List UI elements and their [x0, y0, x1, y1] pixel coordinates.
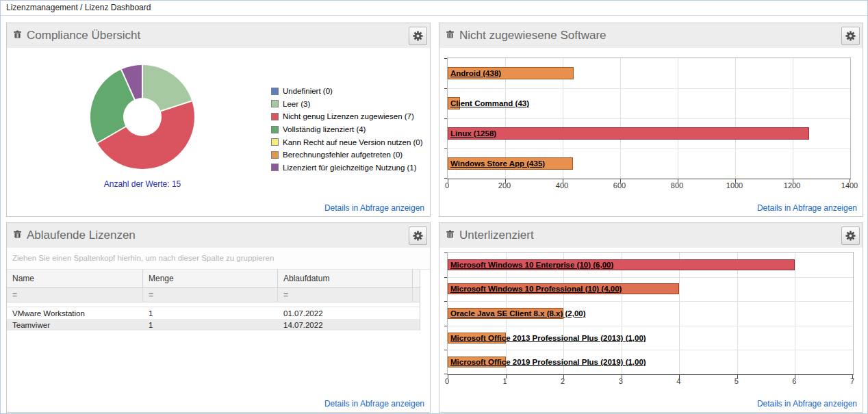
bar-label[interactable]: Microsoft Office 2019 Professional Plus …: [450, 358, 646, 366]
panel-underlicensed-header[interactable]: Unterlizenziert: [439, 223, 863, 248]
value-count-note: Anzahl der Werte: 15: [40, 179, 245, 189]
panel-compliance-header[interactable]: Compliance Übersicht: [7, 23, 430, 48]
details-link-underlicensed[interactable]: Details in Abfrage anzeigen: [757, 399, 857, 409]
column-header-extra: [413, 270, 420, 287]
group-by-dropzone[interactable]: Ziehen Sie einen Spaltenkopf hierhin, um…: [7, 248, 430, 270]
table-spacer: [7, 302, 420, 307]
legend-label: Undefiniert (0): [283, 87, 333, 95]
legend-swatch: [271, 151, 279, 159]
table-rows: VMware Workstation101.07.2022Teamviwer11…: [7, 307, 430, 331]
x-axis-tick: 600: [613, 181, 626, 190]
filter-cell-extra: [413, 288, 420, 302]
panel-expiring-licenses: Ablaufende Lizenzen Ziehen Sie einen Spa…: [6, 222, 431, 413]
x-axis-tick: 3: [619, 377, 623, 385]
bar-label[interactable]: Linux (1258): [450, 129, 496, 138]
panel-underlicensed: Unterlizenziert Microsoft Windows 10 Ent…: [439, 222, 863, 413]
cell-ablaufdatum: 01.07.2022: [278, 309, 413, 318]
gear-icon: [845, 231, 856, 241]
category-tick-mark: [444, 326, 447, 326]
cell-menge: 1: [143, 321, 278, 329]
table-row[interactable]: Teamviwer114.07.2022: [7, 319, 420, 331]
legend-label: Leer (3): [283, 100, 310, 108]
bar-label[interactable]: Oracle Java SE Client 8.x (8.x) (2,00): [450, 309, 586, 318]
details-link-compliance[interactable]: Details in Abfrage anzeigen: [324, 203, 424, 213]
gridline: [448, 88, 850, 89]
x-axis-tick: 6: [792, 377, 796, 385]
legend-swatch: [271, 164, 279, 171]
settings-button-compliance[interactable]: [409, 27, 427, 45]
x-axis-tick: 0: [445, 181, 449, 190]
x-axis-tick: 200: [498, 181, 511, 190]
legend-item: Undefiniert (0): [271, 85, 423, 98]
panel-unassigned-header[interactable]: Nicht zugewiesene Software: [439, 23, 863, 48]
trash-icon: [446, 29, 455, 42]
filter-cell-ablaufdatum[interactable]: =: [278, 288, 413, 302]
gridline: [448, 277, 853, 278]
category-tick-mark: [444, 277, 447, 278]
bar-label[interactable]: Microsoft Windows 10 Enterprise (10) (6,…: [450, 261, 613, 269]
x-axis-tick: 1200: [784, 181, 800, 190]
chart-bar[interactable]: [448, 127, 809, 140]
bar-label[interactable]: Microsoft Office 2013 Professional Plus …: [450, 334, 646, 342]
panel-compliance: Compliance Übersicht Undefiniert (0)Leer…: [6, 23, 431, 217]
x-axis-tick: 5: [735, 377, 739, 385]
legend-swatch: [271, 113, 279, 120]
filter-cell-name[interactable]: =: [7, 288, 143, 302]
panel-unassigned-software: Nicht zugewiesene Software Android (438)…: [439, 23, 863, 217]
category-tick-mark: [444, 58, 447, 59]
panel-title: Nicht zugewiesene Software: [459, 29, 841, 42]
legend-item: Lizenziert für gleichzeitige Nutzung (1): [271, 161, 423, 174]
table-row[interactable]: VMware Workstation101.07.2022: [7, 307, 420, 319]
panel-expiring-header[interactable]: Ablaufende Lizenzen: [7, 223, 430, 248]
legend-item: Kann Recht auf neue Version nutzen (0): [271, 135, 423, 148]
category-tick-mark: [444, 118, 447, 119]
compliance-donut-chart[interactable]: [90, 65, 194, 169]
unassigned-bar-chart[interactable]: Android (438)Client Command (43)Linux (1…: [447, 57, 851, 179]
category-tick-mark: [444, 374, 447, 374]
legend-item: Vollständig lizenziert (4): [271, 123, 423, 136]
legend-item: Leer (3): [271, 98, 423, 111]
x-axis-tick: 2: [561, 377, 565, 385]
x-axis-tick: 400: [556, 181, 568, 190]
dashboard-page: Lizenzmanagement / Lizenz Dashboard Comp…: [0, 0, 868, 414]
column-header-name[interactable]: Name: [7, 270, 143, 287]
settings-button-unassigned[interactable]: [841, 27, 860, 45]
filter-cell-menge[interactable]: =: [143, 288, 278, 302]
donut-hole: [123, 98, 162, 136]
settings-button-expiring[interactable]: [409, 227, 427, 245]
bar-label[interactable]: Microsoft Windows 10 Professional (10) (…: [450, 285, 622, 293]
legend-swatch: [271, 88, 279, 95]
details-link-unassigned[interactable]: Details in Abfrage anzeigen: [757, 203, 857, 213]
underlicensed-bar-chart[interactable]: Microsoft Windows 10 Enterprise (10) (6,…: [447, 252, 854, 375]
cell-ablaufdatum: 14.07.2022: [278, 321, 413, 329]
category-tick-mark: [444, 178, 447, 179]
legend-label: Vollständig lizenziert (4): [283, 125, 366, 133]
panel-title: Compliance Übersicht: [27, 29, 409, 42]
details-link-expiring[interactable]: Details in Abfrage anzeigen: [324, 399, 424, 409]
x-axis-tick: 4: [676, 377, 680, 385]
gridline: [448, 118, 850, 119]
category-tick-mark: [444, 148, 447, 149]
legend-swatch: [271, 100, 279, 107]
column-header-menge[interactable]: Menge: [143, 270, 278, 287]
category-tick-mark: [444, 350, 447, 350]
legend-swatch: [271, 138, 279, 146]
x-axis-tick: 800: [671, 181, 683, 190]
legend-item: Berechnungsfehler aufgetreten (0): [271, 148, 423, 161]
trash-icon: [13, 229, 22, 242]
bar-label[interactable]: Android (438): [450, 69, 501, 77]
x-axis-tick: 1: [503, 377, 507, 385]
bar-label[interactable]: Windows Store App (435): [450, 159, 545, 168]
table-filter-row: ===: [7, 288, 420, 302]
bar-label[interactable]: Client Command (43): [450, 99, 529, 107]
settings-button-underlicensed[interactable]: [841, 227, 860, 245]
panel-title: Unterlizenziert: [459, 229, 841, 242]
category-tick-mark: [444, 88, 447, 89]
legend-label: Berechnungsfehler aufgetreten (0): [283, 151, 403, 159]
gridline: [448, 326, 853, 326]
x-axis-tick: 7: [850, 377, 854, 385]
legend-label: Kann Recht auf neue Version nutzen (0): [283, 138, 423, 146]
breadcrumb[interactable]: Lizenzmanagement / Lizenz Dashboard: [1, 1, 867, 16]
category-tick-mark: [444, 253, 447, 253]
column-header-ablaufdatum[interactable]: Ablaufdatum: [278, 270, 413, 287]
